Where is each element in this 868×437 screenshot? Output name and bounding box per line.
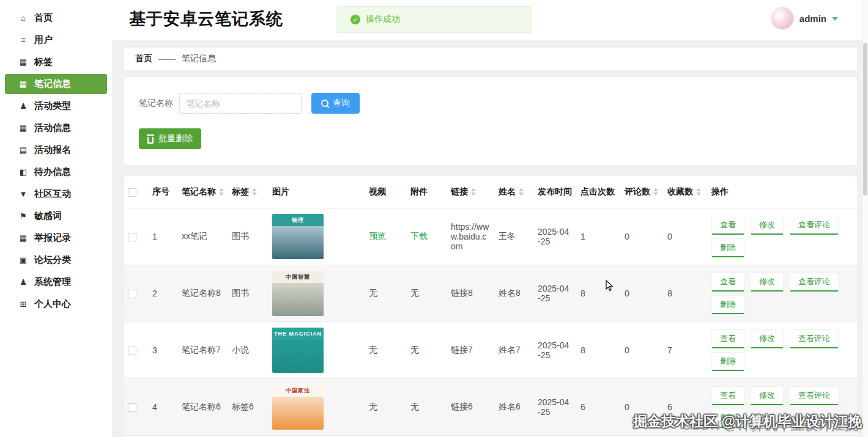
sidebar-item-10[interactable]: ▦举报记录 <box>5 228 107 248</box>
sort-icon[interactable] <box>471 186 476 198</box>
delete-button[interactable]: 删除 <box>711 238 744 257</box>
sidebar-item-7[interactable]: ◧待办信息 <box>5 162 107 182</box>
sort-desc-icon <box>219 193 224 198</box>
sidebar-item-9[interactable]: ⚑敏感词 <box>5 206 107 226</box>
note-name-input[interactable] <box>179 93 302 114</box>
sidebar-item-1[interactable]: ≡用户 <box>5 30 107 50</box>
sort-icon[interactable] <box>252 186 257 198</box>
attachment-download-link[interactable]: 下载 <box>410 231 428 241</box>
cell-link: 链接8 <box>447 265 495 322</box>
sort-asc-icon <box>219 186 224 191</box>
col-header[interactable]: 笔记名称 <box>178 176 228 208</box>
view-comments-button[interactable]: 查看评论 <box>790 273 839 292</box>
col-header[interactable]: 链接 <box>447 176 495 208</box>
view-button[interactable]: 查看 <box>711 386 744 405</box>
col-header: 视频 <box>365 176 407 208</box>
video-preview-link[interactable]: 预览 <box>369 231 386 241</box>
edit-button[interactable]: 修改 <box>751 386 784 405</box>
sidebar-item-3[interactable]: ▦笔记信息 <box>5 74 107 94</box>
sort-asc-icon <box>471 186 476 191</box>
col-header-label: 视频 <box>369 186 386 196</box>
view-comments-button[interactable]: 查看评论 <box>790 329 839 348</box>
window-icon: ⊞ <box>17 299 29 309</box>
sidebar-item-5[interactable]: ▦活动信息 <box>5 118 107 138</box>
cell-image: 中国家法 <box>269 379 365 436</box>
sidebar-item-0[interactable]: ⌂首页 <box>5 8 107 28</box>
breadcrumb-home[interactable]: 首页 <box>135 53 152 64</box>
grid-icon: ▦ <box>17 57 29 67</box>
col-header-label: 姓名 <box>499 186 516 196</box>
col-header-label: 图片 <box>272 186 289 196</box>
note-cover-caption: THE MAGICIAN <box>272 328 324 340</box>
col-header-label: 操作 <box>711 186 729 196</box>
delete-button[interactable]: 删除 <box>711 352 744 371</box>
cell-index: 1 <box>149 208 178 265</box>
cell-comments: 0 <box>621 265 664 322</box>
note-cover-image: 中国智慧 <box>272 271 324 316</box>
watermark-front: 掘金技术社区 @计算机毕业设计江挽 <box>633 412 862 431</box>
main-content: 首页 —— 笔记信息 笔记名称 查询 批量删除 序号笔记名称标签图片视频附件链接 <box>112 40 868 437</box>
cell-person-name: 姓名6 <box>495 379 534 436</box>
success-toast: ✓ 操作成功 <box>336 6 532 33</box>
sidebar-item-label: 笔记信息 <box>34 78 71 90</box>
flag-icon: ⚑ <box>17 211 29 221</box>
col-header[interactable]: 姓名 <box>495 176 534 208</box>
sort-icon[interactable] <box>653 186 658 198</box>
cell-favorites: 7 <box>664 322 708 379</box>
note-cover-image: 中国家法 <box>272 384 324 430</box>
cell-favorites: 8 <box>664 265 708 322</box>
col-header-label: 链接 <box>451 186 468 196</box>
sidebar-item-4[interactable]: ♟活动类型 <box>5 96 107 116</box>
sort-icon[interactable] <box>219 186 224 198</box>
edit-button[interactable]: 修改 <box>751 273 784 292</box>
cell-comments: 0 <box>621 208 664 265</box>
cell-index: 4 <box>149 379 178 436</box>
sidebar-item-6[interactable]: ▤活动报名 <box>5 140 107 160</box>
col-header[interactable]: 收藏数 <box>664 176 708 208</box>
scrollbar-thumb[interactable] <box>863 43 867 196</box>
query-button[interactable]: 查询 <box>311 93 360 114</box>
row-checkbox[interactable] <box>128 290 136 298</box>
sort-icon[interactable] <box>519 186 524 198</box>
sort-icon[interactable] <box>696 186 701 198</box>
col-header: 序号 <box>149 176 178 208</box>
grid-icon: ▦ <box>17 123 29 133</box>
sidebar-item-label: 活动信息 <box>34 122 71 134</box>
sidebar-item-12[interactable]: ♟系统管理 <box>5 272 107 292</box>
sidebar-item-11[interactable]: ▣论坛分类 <box>5 250 107 270</box>
cell-person-name: 姓名8 <box>495 265 534 322</box>
publish-date: 2025-04-25 <box>538 227 569 246</box>
sort-desc-icon <box>696 193 701 198</box>
view-comments-button[interactable]: 查看评论 <box>790 216 839 235</box>
link-text: 链接8 <box>451 288 490 299</box>
sidebar-item-2[interactable]: ▦标签 <box>5 52 107 72</box>
row-checkbox[interactable] <box>128 403 136 412</box>
filter-icon: ▼ <box>17 189 29 199</box>
sidebar-item-8[interactable]: ▼社区互动 <box>5 184 107 204</box>
view-button[interactable]: 查看 <box>711 216 744 235</box>
select-all-checkbox[interactable] <box>128 188 136 197</box>
cell-clicks: 6 <box>577 379 621 436</box>
sidebar-item-13[interactable]: ⊞个人中心 <box>5 294 107 314</box>
batch-delete-button[interactable]: 批量删除 <box>139 128 201 149</box>
breadcrumb-separator: —— <box>158 54 176 64</box>
link-text: 链接6 <box>451 402 490 413</box>
row-checkbox[interactable] <box>128 347 136 355</box>
sidebar: ⌂首页≡用户▦标签▦笔记信息♟活动类型▦活动信息▤活动报名◧待办信息▼社区互动⚑… <box>0 0 112 437</box>
notes-table-card: 序号笔记名称标签图片视频附件链接姓名发布时间点击次数评论数收藏数操作 1xx笔记… <box>124 176 857 437</box>
col-header[interactable]: 标签 <box>228 176 269 208</box>
video-none: 无 <box>369 402 377 411</box>
view-button[interactable]: 查看 <box>711 273 744 292</box>
cell-clicks: 1 <box>577 208 621 265</box>
user-menu[interactable]: admin <box>771 7 838 30</box>
view-comments-button[interactable]: 查看评论 <box>790 386 839 405</box>
col-header[interactable]: 评论数 <box>621 176 664 208</box>
col-header-label: 收藏数 <box>667 186 693 196</box>
row-checkbox[interactable] <box>128 233 136 241</box>
table-row: 3笔记名称7小说THE MAGICIAN无无链接7姓名72025-04-2580… <box>124 322 857 379</box>
edit-button[interactable]: 修改 <box>751 329 784 348</box>
delete-button[interactable]: 删除 <box>711 295 744 314</box>
cell-select <box>124 379 149 436</box>
view-button[interactable]: 查看 <box>711 329 744 348</box>
edit-button[interactable]: 修改 <box>751 216 784 235</box>
